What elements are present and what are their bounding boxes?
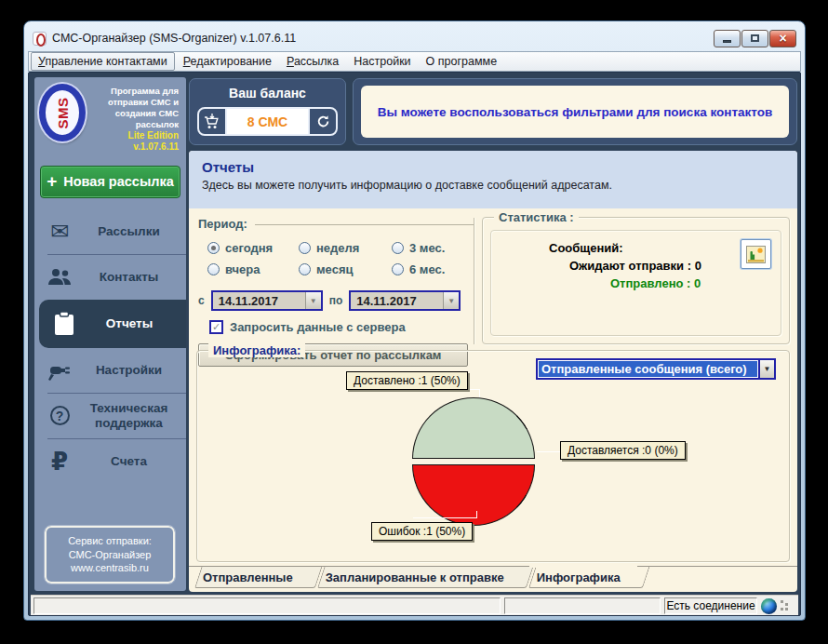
radio-6months[interactable]: 6 мес. — [392, 259, 475, 280]
radio-week[interactable]: неделя — [299, 237, 392, 259]
resize-grip[interactable] — [781, 600, 790, 611]
infographic-groupbox: Инфографика: Отправленные сообщения (все… — [196, 350, 790, 562]
service-line: Сервис отправки: — [68, 534, 152, 548]
sidebar-item-support[interactable]: ? Техническая поддержка — [34, 394, 186, 438]
infographic-legend: Инфографика: — [208, 343, 305, 357]
new-mailing-button[interactable]: + Новая рассылка — [40, 166, 180, 198]
tab-scheduled[interactable]: Запланированные к отправке — [317, 567, 519, 588]
menu-bar: Управление контактами Редактирование Рас… — [28, 51, 801, 72]
cart-icon — [204, 114, 220, 129]
sidebar: SMS Программа для отправки СМС и создани… — [34, 77, 186, 591]
callout-connector — [479, 389, 480, 397]
radio-dot — [299, 242, 311, 254]
sidebar-item-invoices[interactable]: ₽ Счета — [34, 439, 186, 484]
date-to-value: 14.11.2017 — [351, 292, 443, 309]
checkbox-checked-icon[interactable]: ✓ — [209, 320, 223, 334]
radio-dot — [299, 263, 311, 275]
status-bar: Есть соединение — [31, 595, 798, 616]
statistics-legend: Статистика : — [494, 210, 579, 224]
buy-sms-button[interactable] — [199, 109, 227, 134]
sent-value: 0 — [694, 276, 701, 290]
menu-item-settings[interactable]: Настройки — [347, 53, 417, 70]
mail-icon: ✉ — [34, 221, 85, 242]
server-data-checkbox-label: Запросить данные с сервера — [230, 320, 406, 334]
tab-infographic[interactable]: Инфографика — [528, 567, 635, 588]
date-from-select[interactable]: 14.11.2017 ▼ — [211, 290, 323, 311]
chevron-down-icon[interactable]: ▼ — [305, 292, 321, 309]
pending-value: 0 — [695, 259, 701, 273]
radio-month[interactable]: месяц — [299, 259, 392, 280]
close-button[interactable]: × — [769, 30, 796, 47]
balance-value: 8 СМС — [227, 109, 308, 134]
radio-dot — [207, 242, 220, 254]
sms-logo: SMS — [39, 84, 86, 141]
infographic-filter-dropdown[interactable]: Отправленные сообщения (всего) ▼ — [536, 358, 776, 380]
titlebar: СМС-Органайзер (SMS-Organizer) v.1.07.6.… — [28, 25, 801, 51]
chart-image-button[interactable] — [741, 239, 771, 269]
maximize-icon — [751, 34, 759, 42]
notice-panel: Вы можете воспользоваться фильтрами для … — [353, 78, 797, 145]
people-icon — [34, 268, 85, 287]
app-version: v.1.07.6.11 — [89, 141, 179, 154]
sidebar-item-contacts[interactable]: Контакты — [34, 255, 186, 300]
date-from-value: 14.11.2017 — [213, 292, 305, 309]
reports-page: Отчеты Здесь вы можете получить информац… — [189, 151, 797, 592]
sidebar-item-settings[interactable]: Настройки — [34, 348, 186, 393]
minimize-icon — [723, 40, 731, 43]
image-icon — [746, 246, 766, 263]
radio-dot — [207, 263, 220, 275]
callout-delivering: Доставляется :0 (0%) — [560, 441, 686, 460]
callout-delivered: Доставлено :1 (50%) — [346, 371, 468, 390]
balance-panel: Ваш баланс 8 СМС — [189, 78, 346, 145]
service-line: СМС-Органайзер — [69, 548, 152, 562]
menu-item-mailing[interactable]: Рассылка — [280, 53, 345, 70]
radio-today[interactable]: сегодня — [207, 237, 299, 259]
clipboard-icon — [39, 311, 89, 336]
callout-connector — [476, 511, 477, 518]
radio-3months[interactable]: 3 мес. — [392, 237, 475, 259]
page-title: Отчеты — [202, 159, 784, 175]
tab-sent[interactable]: Отправленные — [194, 567, 308, 588]
chevron-down-icon[interactable]: ▼ — [443, 292, 459, 309]
app-tagline: Программа для отправки СМС и создания СМ… — [89, 86, 179, 130]
status-panel-main — [33, 597, 501, 614]
maximize-button[interactable] — [741, 30, 768, 47]
date-to-select[interactable]: 14.11.2017 ▼ — [349, 290, 461, 311]
refresh-icon — [316, 114, 330, 128]
chevron-down-icon[interactable]: ▼ — [758, 360, 774, 378]
globe-icon — [761, 598, 777, 614]
section-divider — [474, 218, 475, 344]
logo-block: SMS Программа для отправки СМС и создани… — [34, 77, 186, 157]
menu-item-contacts-management[interactable]: Управление контактами — [31, 52, 175, 71]
sidebar-item-mailings[interactable]: ✉ Рассылки — [34, 209, 186, 254]
radio-yesterday[interactable]: вчера — [207, 259, 299, 280]
callout-errors: Ошибок :1 (50%) — [371, 522, 473, 541]
period-label: Период: — [198, 217, 247, 231]
pie-slice-delivered — [412, 397, 535, 459]
dropdown-selected-value: Отправленные сообщения (всего) — [539, 361, 757, 377]
app-window: СМС-Органайзер (SMS-Organizer) v.1.07.6.… — [23, 20, 806, 621]
minimize-button[interactable] — [714, 30, 741, 47]
menu-item-about[interactable]: О программе — [420, 53, 503, 70]
page-subtitle: Здесь вы можете получить информацию о до… — [202, 179, 784, 192]
sidebar-item-reports[interactable]: Отчеты — [39, 300, 186, 348]
notice-text: Вы можете воспользоваться фильтрами для … — [361, 86, 789, 138]
date-to-label: по — [329, 294, 343, 307]
page-header: Отчеты Здесь вы можете получить информац… — [189, 151, 797, 208]
menu-item-editing[interactable]: Редактирование — [177, 53, 278, 70]
radio-dot — [392, 242, 404, 254]
app-edition: Lite Edition — [89, 130, 179, 142]
plug-icon — [34, 359, 85, 382]
connection-status: Есть соединение — [664, 597, 757, 614]
app-area: SMS Программа для отправки СМС и создани… — [28, 72, 801, 616]
status-panel-secondary — [504, 597, 661, 614]
window-controls: × — [714, 30, 796, 47]
balance-title: Ваш баланс — [190, 86, 345, 101]
plus-icon: + — [47, 174, 57, 189]
radio-dot — [392, 263, 404, 275]
service-link: www.centrasib.ru — [71, 561, 149, 575]
refresh-balance-button[interactable] — [308, 109, 336, 134]
server-data-checkbox-row[interactable]: ✓ Запросить данные с сервера — [209, 320, 474, 334]
sms-logo-text: SMS — [54, 97, 70, 128]
close-icon: × — [779, 32, 786, 45]
